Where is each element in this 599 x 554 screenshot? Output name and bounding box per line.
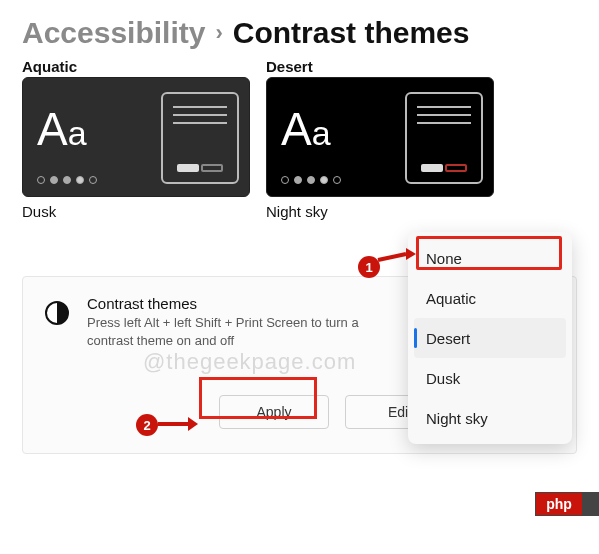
theme-previews: Aquatic Aa Dusk Desert Aa Night sky	[22, 58, 577, 220]
breadcrumb-current: Contrast themes	[233, 16, 470, 50]
svg-marker-3	[188, 417, 198, 431]
theme-label-aquatic: Aquatic	[22, 58, 250, 75]
breadcrumb: Accessibility › Contrast themes	[22, 16, 577, 50]
theme-label-desert: Desert	[266, 58, 494, 75]
card-title: Contrast themes	[87, 295, 387, 312]
theme-tile-dusk[interactable]: Aa	[22, 77, 250, 197]
sample-text-icon: Aa	[37, 106, 87, 152]
dropdown-item-desert[interactable]: Desert	[414, 318, 566, 358]
annotation-badge-1: 1	[358, 256, 380, 278]
svg-line-0	[378, 254, 406, 260]
theme-col-dusk: Aquatic Aa Dusk	[22, 58, 250, 220]
theme-label-dusk: Dusk	[22, 203, 250, 220]
theme-label-nightsky: Night sky	[266, 203, 494, 220]
window-preview-icon	[161, 92, 239, 184]
apply-button[interactable]: Apply	[219, 395, 329, 429]
watermark-text: @thegeekpage.com	[143, 349, 356, 375]
sample-text-icon: Aa	[281, 106, 331, 152]
contrast-icon	[45, 301, 69, 325]
theme-col-nightsky: Desert Aa Night sky	[266, 58, 494, 220]
breadcrumb-parent[interactable]: Accessibility	[22, 16, 205, 50]
chevron-right-icon: ›	[215, 20, 222, 46]
php-watermark-tag: php	[535, 492, 599, 516]
dropdown-item-aquatic[interactable]: Aquatic	[414, 278, 566, 318]
window-preview-icon	[405, 92, 483, 184]
theme-dropdown[interactable]: None Aquatic Desert Dusk Night sky	[408, 232, 572, 444]
dropdown-item-dusk[interactable]: Dusk	[414, 358, 566, 398]
annotation-arrow-1	[376, 248, 416, 268]
color-dots-icon	[281, 176, 341, 184]
theme-tile-nightsky[interactable]: Aa	[266, 77, 494, 197]
annotation-arrow-2	[156, 414, 198, 434]
color-dots-icon	[37, 176, 97, 184]
card-description: Press left Alt + left Shift + Print Scre…	[87, 314, 387, 349]
annotation-badge-2: 2	[136, 414, 158, 436]
dropdown-item-none[interactable]: None	[414, 238, 566, 278]
svg-marker-1	[406, 248, 416, 260]
dropdown-item-nightsky[interactable]: Night sky	[414, 398, 566, 438]
